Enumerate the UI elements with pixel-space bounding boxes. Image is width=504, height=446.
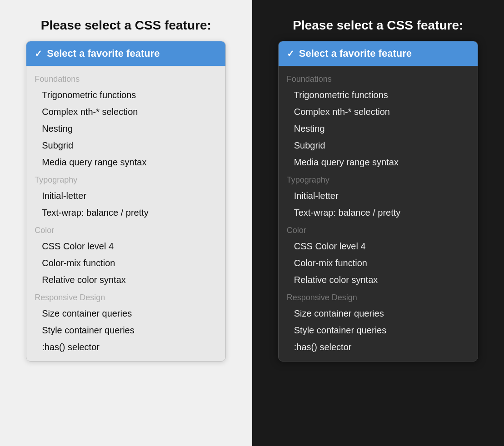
option-item[interactable]: Complex nth-* selection (279, 104, 478, 120)
dark-selected-label: Select a favorite feature (299, 48, 412, 59)
group-label-foundations: Foundations (26, 70, 225, 87)
dark-panel-title: Please select a CSS feature: (293, 18, 463, 33)
option-item[interactable]: Complex nth-* selection (26, 104, 225, 120)
option-item[interactable]: Initial-letter (26, 188, 225, 204)
option-item[interactable]: Size container queries (26, 305, 225, 322)
light-selected-label: Select a favorite feature (47, 48, 160, 59)
dark-panel: Please select a CSS feature: ✓ Select a … (252, 0, 504, 446)
group-label-typography: Typography (26, 171, 225, 188)
option-item[interactable]: Size container queries (279, 305, 478, 322)
dark-select-box[interactable]: ✓ Select a favorite feature FoundationsT… (278, 41, 478, 362)
option-item[interactable]: CSS Color level 4 (26, 238, 225, 255)
light-select-box[interactable]: ✓ Select a favorite feature FoundationsT… (26, 41, 226, 362)
option-item[interactable]: Text-wrap: balance / pretty (279, 204, 478, 221)
option-item[interactable]: Style container queries (279, 322, 478, 339)
option-item[interactable]: Relative color syntax (279, 272, 478, 288)
option-item[interactable]: Media query range syntax (26, 154, 225, 171)
option-item[interactable]: Initial-letter (279, 188, 478, 204)
group-label-color: Color (26, 221, 225, 238)
option-item[interactable]: Style container queries (26, 322, 225, 339)
light-panel: Please select a CSS feature: ✓ Select a … (0, 0, 252, 446)
option-item[interactable]: Nesting (26, 120, 225, 137)
option-item[interactable]: Text-wrap: balance / pretty (26, 204, 225, 221)
group-label-responsive-design: Responsive Design (26, 288, 225, 305)
option-item[interactable]: Media query range syntax (279, 154, 478, 171)
dark-checkmark-icon: ✓ (287, 48, 294, 59)
group-label-typography: Typography (279, 171, 478, 188)
light-selected-item[interactable]: ✓ Select a favorite feature (26, 41, 225, 66)
group-label-responsive-design: Responsive Design (279, 288, 478, 305)
light-panel-title: Please select a CSS feature: (41, 18, 211, 33)
option-item[interactable]: Subgrid (279, 137, 478, 154)
option-item[interactable]: Relative color syntax (26, 272, 225, 288)
dark-selected-item[interactable]: ✓ Select a favorite feature (279, 41, 478, 66)
group-label-foundations: Foundations (279, 70, 478, 87)
option-item[interactable]: Trigonometric functions (26, 87, 225, 104)
group-label-color: Color (279, 221, 478, 238)
option-item[interactable]: Color-mix function (26, 255, 225, 272)
option-item[interactable]: Subgrid (26, 137, 225, 154)
option-item[interactable]: CSS Color level 4 (279, 238, 478, 255)
option-item[interactable]: Trigonometric functions (279, 87, 478, 104)
option-item[interactable]: :has() selector (26, 339, 225, 356)
option-item[interactable]: Color-mix function (279, 255, 478, 272)
dark-options-list: FoundationsTrigonometric functionsComple… (279, 66, 478, 361)
option-item[interactable]: :has() selector (279, 339, 478, 356)
light-options-list: FoundationsTrigonometric functionsComple… (26, 66, 225, 361)
light-checkmark-icon: ✓ (35, 48, 42, 59)
option-item[interactable]: Nesting (279, 120, 478, 137)
